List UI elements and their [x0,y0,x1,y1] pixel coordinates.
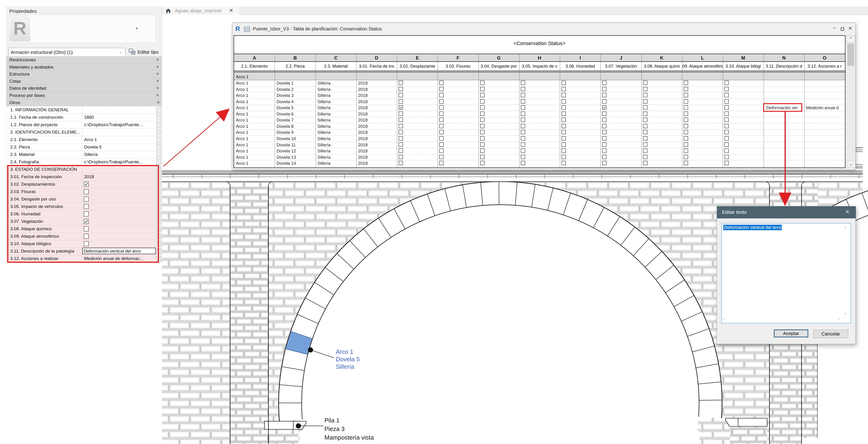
svg-text:Mampostería vista: Mampostería vista [324,434,374,441]
svg-text:Dovela 5: Dovela 5 [336,356,360,363]
svg-text:Sillería: Sillería [336,363,354,370]
svg-text:Pila 1: Pila 1 [324,417,340,424]
svg-text:Pieza 3: Pieza 3 [324,425,345,433]
svg-text:Arco 1: Arco 1 [336,348,353,355]
